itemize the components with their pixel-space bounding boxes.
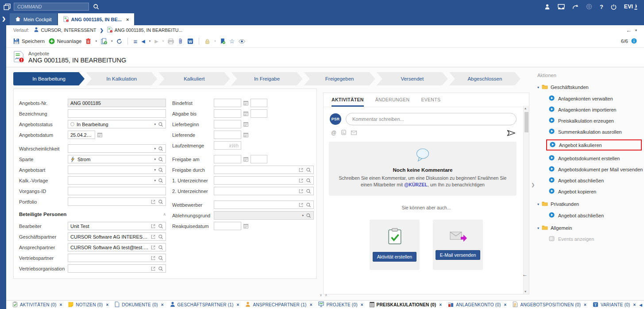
scrollbar-thumb[interactable]	[524, 112, 528, 132]
field-combo[interactable]: ▾	[68, 176, 166, 185]
search-icon[interactable]	[158, 234, 163, 239]
close-area-icon[interactable]: ×	[237, 302, 239, 307]
dropdown-caret-icon[interactable]: ▾	[154, 147, 156, 151]
process-step[interactable]: Versendet	[377, 72, 448, 85]
calendar-icon[interactable]	[243, 100, 249, 106]
process-step[interactable]: In Bearbeitung	[13, 72, 85, 85]
search-icon[interactable]	[306, 213, 311, 218]
collapse-section-icon[interactable]: ∧	[163, 212, 166, 216]
close-area-icon[interactable]: ×	[584, 302, 586, 307]
action-item[interactable]: Angebot abschließen	[549, 212, 644, 219]
mail-icon[interactable]	[351, 129, 357, 137]
mention-icon[interactable]: @	[331, 130, 336, 136]
field-lookup[interactable]: Unit Test	[68, 222, 166, 230]
open-record-icon[interactable]	[150, 199, 156, 205]
collapse-caret-icon[interactable]: ▾	[537, 226, 539, 230]
search-icon[interactable]	[158, 266, 163, 271]
search-icon[interactable]	[158, 146, 163, 151]
tab-mein-cockpit[interactable]: Mein Cockpit	[10, 13, 57, 25]
field-lookup[interactable]	[214, 201, 314, 209]
delete-dropdown-icon[interactable]: ▾	[95, 39, 97, 43]
related-area-tab[interactable]: AKTIVITÄTEN (0)×	[12, 301, 62, 309]
field-lookup[interactable]: CURSOR Software AG INTERESSENT	[68, 232, 166, 241]
field-time[interactable]	[251, 155, 267, 163]
search-icon[interactable]	[306, 189, 311, 194]
action-group-header[interactable]: ▾Privatkunden	[537, 201, 644, 207]
search-icon[interactable]	[158, 245, 163, 250]
history-dropdown-icon[interactable]: ▾	[635, 28, 637, 32]
field-combo[interactable]: ▾	[68, 144, 166, 153]
field-lookup[interactable]	[214, 166, 314, 174]
search-icon[interactable]	[306, 178, 311, 183]
search-icon[interactable]	[306, 167, 311, 173]
search-icon[interactable]	[158, 199, 163, 205]
action-group-header[interactable]: ▾Geschäftskunden	[537, 84, 644, 90]
activities-tab[interactable]: EVENTS	[421, 97, 440, 107]
search-icon[interactable]	[158, 255, 163, 261]
delete-button[interactable]	[85, 38, 91, 44]
open-record-icon[interactable]	[150, 245, 156, 250]
related-area-tab[interactable]: DOKUMENTE (0)×	[115, 301, 163, 309]
action-item[interactable]: Angebot kopieren	[549, 188, 644, 195]
calendar-icon[interactable]	[243, 111, 249, 116]
send-comment-icon[interactable]	[507, 130, 516, 136]
field-combo-status[interactable]: In Bearbeitung▾	[68, 120, 166, 128]
field-lookup[interactable]: CURSOR Software AG test@test.de CURS ...	[68, 243, 166, 251]
action-item[interactable]: Angebot kalkulieren	[546, 139, 642, 151]
related-area-tab[interactable]: NOTIZEN (0)×	[68, 301, 108, 309]
field-date[interactable]	[214, 109, 241, 118]
help-icon[interactable]: ?	[600, 4, 603, 10]
open-record-icon[interactable]	[298, 178, 304, 183]
close-area-icon[interactable]: ×	[439, 302, 442, 307]
quick-action-button[interactable]: Aktivität erstellen	[373, 252, 416, 262]
mention-hint[interactable]: @KÜRZEL	[404, 182, 428, 187]
open-record-icon[interactable]	[298, 202, 304, 208]
action-item[interactable]: Preiskalkulation erzeugen	[549, 117, 644, 124]
related-area-tab[interactable]: ANGEBOTSPOSITIONEN (0)×	[513, 301, 586, 309]
related-area-tab[interactable]: GESCHÄFTSPARTNER (1)×	[170, 301, 239, 309]
power-icon[interactable]	[611, 4, 617, 10]
open-record-icon[interactable]	[150, 255, 156, 261]
field-input[interactable]	[68, 187, 166, 195]
search-icon[interactable]	[158, 167, 163, 173]
attachment-icon[interactable]	[178, 38, 183, 44]
action-item[interactable]: Angebotsdokument erstellen	[549, 155, 644, 162]
field-input[interactable]	[68, 109, 166, 118]
close-area-icon[interactable]: ×	[504, 302, 507, 307]
command-input[interactable]	[14, 3, 89, 11]
refresh-button[interactable]	[116, 39, 122, 44]
scroll-down-icon[interactable]: ▾	[524, 290, 526, 294]
process-step[interactable]: In Kalkulation	[86, 72, 157, 85]
tab-record-active[interactable]: ANG 0001185, IN BE... ×	[58, 13, 135, 25]
field-lookup[interactable]	[214, 176, 314, 185]
field-time[interactable]	[251, 99, 267, 107]
open-record-icon[interactable]	[150, 266, 156, 271]
field-lookup[interactable]	[214, 187, 314, 195]
field-lookup[interactable]	[68, 254, 166, 262]
window-icon[interactable]	[4, 4, 11, 10]
inbox-icon[interactable]	[558, 4, 565, 10]
process-step[interactable]: In Freigabe	[231, 72, 302, 85]
close-area-icon[interactable]: ×	[106, 302, 108, 307]
open-record-icon[interactable]	[150, 234, 156, 239]
calendar-icon[interactable]	[243, 132, 249, 138]
user-icon[interactable]	[544, 4, 550, 10]
dropdown-caret-icon[interactable]: ▾	[154, 123, 156, 126]
process-step[interactable]: Abgeschlossen	[449, 72, 521, 85]
word-export-icon[interactable]: W	[187, 38, 193, 44]
info-icon[interactable]	[631, 38, 637, 45]
field-date[interactable]: 25.04.2022	[68, 131, 95, 139]
action-item[interactable]: Angebotsdokument per Mail versenden	[549, 166, 644, 173]
close-area-icon[interactable]: ×	[310, 302, 312, 307]
close-tab-icon[interactable]: ×	[126, 17, 129, 22]
calendar-icon[interactable]	[97, 132, 103, 138]
action-group-header[interactable]: ▾Allgemein	[537, 225, 644, 231]
field-amount[interactable]: kWh	[214, 141, 241, 150]
dropdown-caret-icon[interactable]: ▾	[154, 179, 156, 182]
search-icon[interactable]	[158, 122, 163, 127]
comment-input[interactable]	[346, 113, 517, 125]
field-date[interactable]	[214, 99, 241, 107]
menu-icon[interactable]: ≡	[133, 38, 137, 45]
close-area-icon[interactable]: ×	[161, 302, 164, 307]
field-combo[interactable]: ▾	[68, 166, 166, 174]
